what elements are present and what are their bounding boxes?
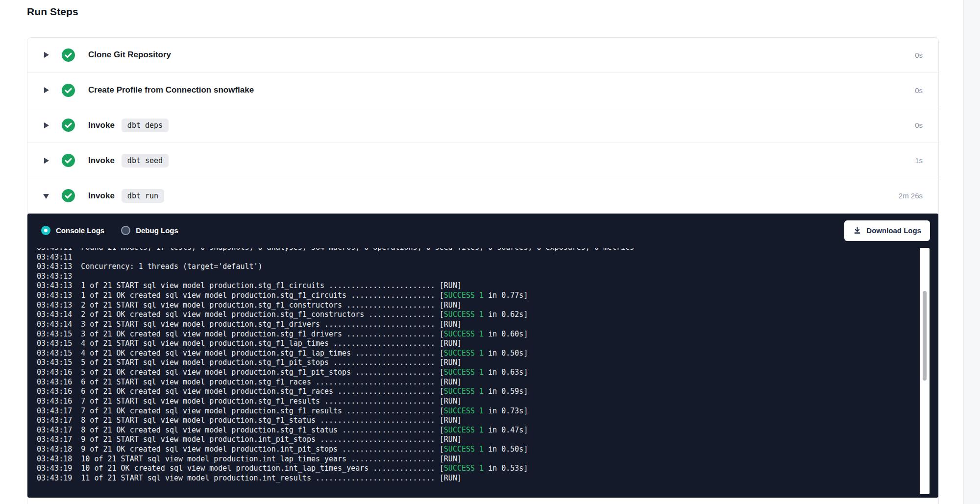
log-line: 03:43:14 2 of 21 OK created sql view mod… — [37, 310, 938, 320]
step-duration: 0s — [915, 51, 923, 59]
log-line: 03:43:17 7 of 21 OK created sql view mod… — [37, 407, 938, 416]
success-check-icon — [62, 48, 75, 62]
log-line: 03:43:18 10 of 21 START sql view model p… — [37, 455, 938, 464]
console-log-output[interactable]: 03:43:11 Found 21 models, 17 tests, 0 sn… — [27, 248, 938, 498]
run-step-row-5[interactable]: Invoke dbt run 2m 26s — [27, 178, 938, 214]
log-scrollbar[interactable] — [920, 248, 930, 494]
log-line: 03:43:16 6 of 21 START sql view model pr… — [37, 378, 938, 387]
step-duration: 0s — [915, 121, 923, 129]
log-line: 03:43:17 8 of 21 OK created sql view mod… — [37, 426, 938, 435]
step-duration: 0s — [915, 86, 923, 95]
steps-list: Clone Git Repository 0s Create Profile f… — [27, 38, 938, 214]
log-line: 03:43:16 5 of 21 OK created sql view mod… — [37, 368, 938, 378]
radio-icon[interactable] — [41, 226, 50, 235]
log-lines: 03:43:11 Found 21 models, 17 tests, 0 sn… — [27, 248, 938, 483]
run-step-row-2[interactable]: Create Profile from Connection snowflake… — [27, 73, 938, 108]
caret-icon[interactable] — [43, 122, 50, 129]
download-icon — [853, 226, 861, 235]
log-line: 03:43:11 — [37, 253, 938, 263]
success-check-icon — [62, 189, 75, 202]
caret-icon[interactable] — [43, 51, 50, 58]
download-logs-button[interactable]: Download Logs — [844, 220, 930, 241]
log-tab-radio[interactable]: Console Logs — [41, 226, 104, 235]
caret-icon[interactable] — [43, 192, 50, 199]
log-line: 03:43:16 6 of 21 OK created sql view mod… — [37, 387, 938, 397]
log-line: 03:43:15 5 of 21 START sql view model pr… — [37, 358, 938, 368]
caret-icon[interactable] — [43, 87, 50, 94]
log-line: 03:43:11 Found 21 models, 17 tests, 0 sn… — [37, 248, 938, 253]
radio-icon[interactable] — [121, 226, 130, 235]
log-line: 03:43:17 9 of 21 START sql view model pr… — [37, 435, 938, 445]
step-label: Clone Git Repository — [88, 50, 171, 60]
log-line: 03:43:15 3 of 21 OK created sql view mod… — [37, 330, 938, 339]
right-panel-edge — [963, 0, 980, 504]
run-step-row-1[interactable]: Clone Git Repository 0s — [27, 38, 938, 73]
log-line: 03:43:16 7 of 21 START sql view model pr… — [37, 397, 938, 407]
log-line: 03:43:13 — [37, 272, 938, 282]
log-line: 03:43:18 9 of 21 OK created sql view mod… — [37, 445, 938, 455]
caret-icon[interactable] — [43, 157, 50, 164]
step-duration: 1s — [915, 156, 923, 165]
success-check-icon — [62, 154, 75, 167]
log-line: 03:43:13 Concurrency: 1 threads (target=… — [37, 262, 938, 272]
log-line: 03:43:17 8 of 21 START sql view model pr… — [37, 416, 938, 426]
step-label: Invoke — [88, 156, 115, 166]
log-line: 03:43:19 11 of 21 START sql view model p… — [37, 474, 938, 483]
run-steps-card: Clone Git Repository 0s Create Profile f… — [27, 37, 939, 504]
step-command-badge: dbt seed — [122, 154, 169, 168]
step-label: Invoke — [88, 191, 115, 201]
radio-label: Console Logs — [56, 226, 104, 235]
step-label: Invoke — [88, 120, 115, 130]
log-line: 03:43:14 3 of 21 START sql view model pr… — [37, 320, 938, 330]
console-panel: Console Logs Debug Logs Download Logs 03… — [27, 214, 938, 498]
log-line: 03:43:15 4 of 21 START sql view model pr… — [37, 339, 938, 349]
log-line: 03:43:13 1 of 21 OK created sql view mod… — [37, 291, 938, 301]
console-header: Console Logs Debug Logs Download Logs — [27, 214, 938, 248]
run-step-row-3[interactable]: Invoke dbt deps 0s — [27, 108, 938, 144]
log-line: 03:43:13 1 of 21 START sql view model pr… — [37, 281, 938, 291]
step-command-badge: dbt run — [122, 189, 164, 203]
log-line: 03:43:13 2 of 21 START sql view model pr… — [37, 301, 938, 311]
radio-label: Debug Logs — [136, 226, 178, 235]
step-label: Create Profile from Connection snowflake — [88, 85, 254, 95]
success-check-icon — [62, 84, 75, 97]
run-steps-page: Run Steps Clone Git Repository 0s Create… — [0, 0, 980, 504]
log-type-radio-group: Console Logs Debug Logs — [41, 226, 178, 235]
step-duration: 2m 26s — [899, 192, 923, 200]
log-scrollbar-thumb[interactable] — [923, 291, 927, 381]
log-line: 03:43:19 10 of 21 OK created sql view mo… — [37, 464, 938, 474]
step-command-badge: dbt deps — [122, 119, 169, 132]
log-tab-radio[interactable]: Debug Logs — [121, 226, 178, 235]
run-step-row-4[interactable]: Invoke dbt seed 1s — [27, 143, 938, 178]
success-check-icon — [62, 119, 75, 132]
page-title: Run Steps — [27, 6, 78, 18]
log-line: 03:43:15 4 of 21 OK created sql view mod… — [37, 349, 938, 359]
download-logs-label: Download Logs — [866, 226, 921, 235]
